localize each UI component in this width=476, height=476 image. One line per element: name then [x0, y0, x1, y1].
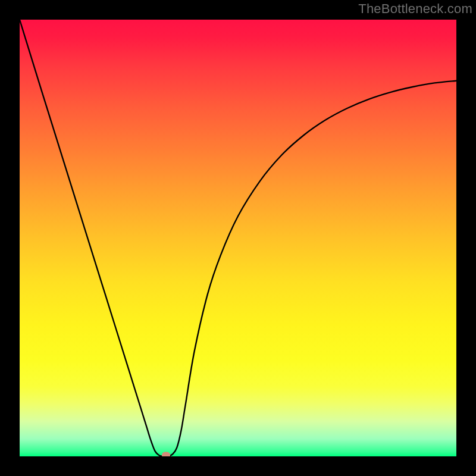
optimum-marker	[162, 452, 170, 456]
chart-container: TheBottleneck.com	[0, 0, 476, 476]
plot-area	[20, 20, 456, 456]
watermark-text: TheBottleneck.com	[358, 1, 472, 17]
bottleneck-curve	[20, 20, 456, 456]
